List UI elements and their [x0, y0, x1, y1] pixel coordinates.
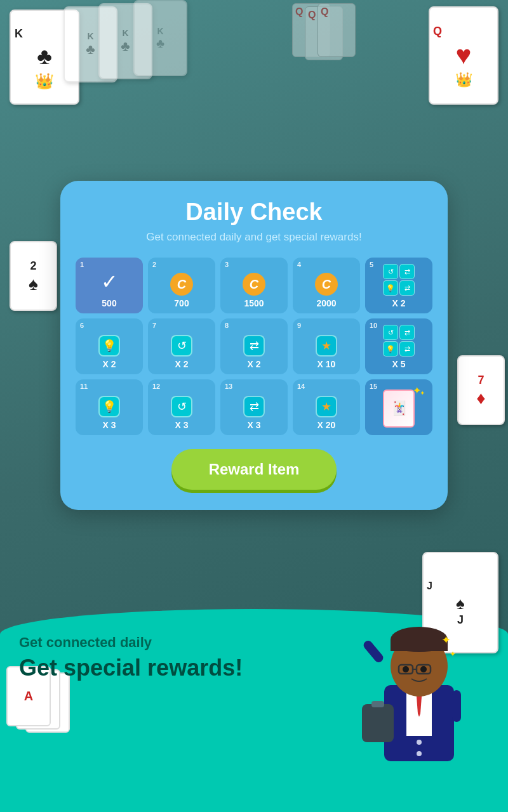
day-1-icon: ✓ [95, 268, 123, 296]
day-14-icon: ★ [316, 396, 337, 417]
day-6-icon: 💡 [98, 335, 120, 357]
powerup-sm-2: ⇄ [399, 264, 415, 279]
day-12-number: 12 [152, 383, 160, 390]
powerup-sm-3: 💡 [383, 280, 398, 296]
special-card-icon: 🃏 [383, 390, 415, 428]
svg-rect-5 [391, 639, 448, 651]
day-6-value: X 2 [102, 359, 116, 369]
day-5-cell[interactable]: 5 ↺ ⇄ 💡 ⇄ X 2 [365, 258, 432, 313]
day-1-cell[interactable]: 1 ✓ 500 [76, 258, 143, 313]
powerup-sm-4: ⇄ [399, 280, 415, 296]
undo-icon-2: ↺ [171, 396, 192, 417]
day-12-cell[interactable]: 12 ↺ X 3 [148, 379, 215, 435]
coin-icon-2: C [243, 273, 265, 296]
day-5-value: X 2 [392, 298, 405, 308]
day-3-value: 1500 [244, 298, 264, 308]
day-4-icon: C [315, 273, 338, 296]
powerup-sm-5: ↺ [383, 325, 398, 340]
day-8-icon: ⇄ [243, 335, 265, 357]
day-10-icon: ↺ ⇄ 💡 ⇄ [381, 325, 417, 357]
day-14-number: 14 [297, 383, 305, 390]
bottom-title: Get special rewards! [19, 655, 243, 681]
powerup-sm-7: 💡 [383, 341, 398, 357]
day-5-icon: ↺ ⇄ 💡 ⇄ [381, 264, 417, 296]
day-1-number: 1 [80, 261, 84, 268]
coin-icon-3: C [315, 273, 338, 296]
powerup-sm-1: ↺ [383, 264, 398, 279]
day-3-cell[interactable]: 3 C 1500 [220, 258, 288, 313]
day-6-cell[interactable]: 6 💡 X 2 [76, 318, 143, 374]
svg-point-10 [420, 666, 427, 672]
hint-icon: 💡 [98, 335, 120, 357]
day-9-cell[interactable]: 9 ★ X 10 [293, 318, 360, 374]
day-13-icon: ⇄ [243, 396, 265, 417]
seven-diamond-card: 7 ♦ [457, 355, 505, 425]
day-4-cell[interactable]: 4 C 2000 [293, 258, 360, 313]
star-icon-2: ★ [316, 396, 337, 417]
day-13-number: 13 [225, 383, 232, 390]
bg-card-3: K ♣ [133, 0, 187, 76]
svg-rect-11 [362, 639, 385, 664]
svg-point-16 [417, 751, 422, 756]
shuffle-icon-2: ⇄ [243, 396, 265, 417]
day-7-number: 7 [152, 322, 156, 329]
svg-rect-14 [371, 701, 384, 707]
day-13-cell[interactable]: 13 ⇄ X 3 [220, 379, 288, 435]
day-2-number: 2 [152, 261, 156, 268]
day-14-cell[interactable]: 14 ★ X 20 [293, 379, 360, 435]
day-11-icon: 💡 [98, 396, 120, 417]
day-8-value: X 2 [247, 359, 260, 369]
day-9-value: X 10 [318, 359, 336, 369]
day-7-value: X 2 [175, 359, 188, 369]
powerup-sm-6: ⇄ [399, 325, 415, 340]
day-10-cell[interactable]: 10 ↺ ⇄ 💡 ⇄ X 5 [365, 318, 432, 374]
powerup-sm-8: ⇄ [399, 341, 415, 357]
day-9-number: 9 [297, 322, 301, 329]
multi-icon-2: ↺ ⇄ 💡 ⇄ [381, 325, 417, 357]
day-10-value: X 5 [392, 359, 405, 369]
svg-rect-12 [452, 690, 461, 722]
day-2-cell[interactable]: 2 C 700 [148, 258, 215, 313]
star-icon: ★ [316, 335, 337, 357]
checkmark-icon: ✓ [95, 268, 123, 296]
day-11-value: X 3 [102, 420, 116, 430]
day-2-icon: C [170, 273, 193, 296]
day-15-cell[interactable]: 15 🃏 ✦ ✦ [365, 379, 432, 435]
day-1-value: 500 [102, 298, 116, 308]
daily-check-dialog: Daily Check Get connected daily and get … [60, 181, 448, 510]
day-2-value: 700 [174, 298, 189, 308]
day-5-number: 5 [370, 261, 373, 268]
shuffle-icon: ⇄ [243, 335, 265, 357]
undo-icon: ↺ [171, 335, 192, 357]
day-7-icon: ↺ [171, 335, 192, 357]
day-7-cell[interactable]: 7 ↺ X 2 [148, 318, 215, 374]
day-15-icon: 🃏 ✦ ✦ [383, 390, 415, 428]
svg-point-15 [417, 740, 422, 745]
svg-rect-13 [362, 704, 394, 742]
svg-text:✦: ✦ [450, 650, 456, 658]
queen-heart-card: Q ♥ 👑 [429, 6, 498, 105]
day-8-cell[interactable]: 8 ⇄ X 2 [220, 318, 288, 374]
day-10-number: 10 [370, 322, 377, 329]
day-15-number: 15 [370, 383, 377, 390]
two-spade-card: 2 ♠ [10, 241, 57, 311]
day-14-value: X 20 [318, 420, 336, 430]
bottom-subtitle: Get connected daily [19, 634, 152, 651]
day-4-number: 4 [297, 261, 301, 268]
reward-grid: 1 ✓ 500 2 C 700 3 C 1500 4 C [76, 258, 432, 435]
day-6-number: 6 [80, 322, 84, 329]
character-illustration: ✦ ✦ [349, 596, 489, 774]
day-3-number: 3 [225, 261, 229, 268]
day-9-icon: ★ [316, 335, 337, 357]
day-12-value: X 3 [175, 420, 188, 430]
dialog-title: Daily Check [76, 199, 432, 226]
svg-point-9 [403, 666, 409, 672]
day-3-icon: C [243, 273, 265, 296]
day-12-icon: ↺ [171, 396, 192, 417]
day-11-number: 11 [80, 383, 88, 390]
day-11-cell[interactable]: 11 💡 X 3 [76, 379, 143, 435]
dialog-subtitle: Get connected daily and get special rewa… [76, 231, 432, 244]
coin-icon: C [170, 273, 193, 296]
reward-item-button[interactable]: Reward Item [171, 449, 337, 490]
multi-icon-1: ↺ ⇄ 💡 ⇄ [381, 264, 417, 296]
